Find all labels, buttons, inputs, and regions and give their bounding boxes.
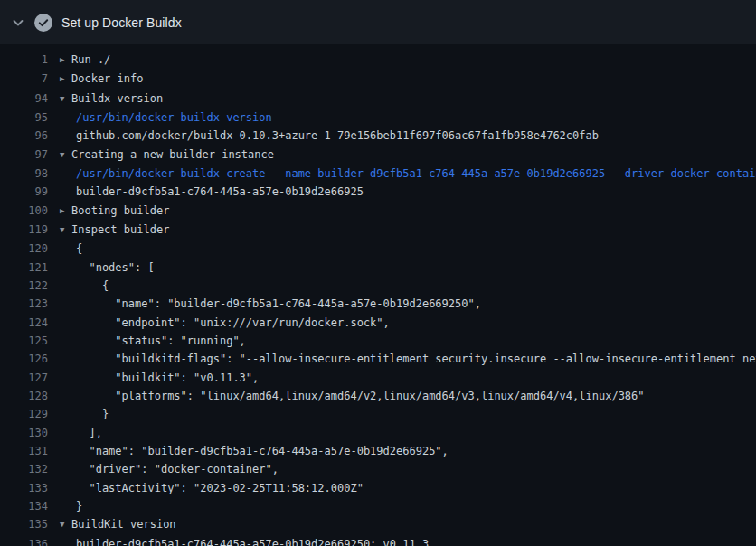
line-number[interactable]: 135 [0,515,48,534]
line-number[interactable]: 7 [0,70,48,89]
log-line: 131 "name": "builder-d9cfb5a1-c764-445a-… [0,442,756,460]
log-output-text: } [60,497,82,515]
line-number[interactable]: 121 [0,259,48,277]
log-output-text: { [60,240,82,258]
log-line: 130 ], [0,424,756,442]
log-command-text: /usr/bin/docker buildx create --name bui… [60,165,756,183]
log-output-text: github.com/docker/buildx 0.10.3+azure-1 … [60,127,599,145]
group-title: Docker info [71,72,143,85]
line-number[interactable]: 94 [0,89,48,108]
line-number[interactable]: 97 [0,146,48,165]
log-group-header[interactable]: ▼BuildKit version [60,515,176,534]
expanded-triangle-icon[interactable]: ▼ [60,146,71,164]
log-line: 124 "endpoint": "unix:///var/run/docker.… [0,314,756,332]
log-group-header[interactable]: ▶Run ./ [60,51,110,70]
log-line: 99builder-d9cfb5a1-c764-445a-a57e-0b19d2… [0,183,756,201]
log-line: 128 "platforms": "linux/amd64,linux/amd6… [0,387,756,405]
line-number[interactable]: 126 [0,350,48,368]
log-output-text: "lastActivity": "2023-02-25T11:58:12.000… [60,479,364,497]
log-line: 134} [0,497,756,515]
log-line: 95/usr/bin/docker buildx version [0,108,756,127]
log-line: 97▼Creating a new builder instance [0,146,756,165]
line-number[interactable]: 129 [0,405,48,423]
log-line: 123 "name": "builder-d9cfb5a1-c764-445a-… [0,295,756,313]
group-title: Run ./ [71,53,110,66]
line-number[interactable]: 130 [0,424,48,442]
log-lines: 1▶Run ./7▶Docker info94▼Buildx version95… [0,44,756,546]
log-line: 94▼Buildx version [0,89,756,108]
line-number[interactable]: 119 [0,221,48,240]
expanded-triangle-icon[interactable]: ▼ [60,515,71,533]
log-line: 127 "buildkit": "v0.11.3", [0,369,756,387]
line-number[interactable]: 132 [0,460,48,478]
line-number[interactable]: 127 [0,369,48,387]
log-output-text: ], [60,424,102,442]
log-line: 136builder-d9cfb5a1-c764-445a-a57e-0b19d… [0,535,756,546]
log-line: 98/usr/bin/docker buildx create --name b… [0,165,756,183]
log-line: 132 "driver": "docker-container", [0,460,756,478]
line-number[interactable]: 96 [0,127,48,145]
log-line: 129 } [0,405,756,423]
line-number[interactable]: 123 [0,295,48,313]
log-output-text: "name": "builder-d9cfb5a1-c764-445a-a57e… [60,442,449,460]
log-line: 122 { [0,277,756,295]
line-number[interactable]: 124 [0,314,48,332]
log-output-text: "status": "running", [60,332,246,350]
group-title: Inspect builder [71,223,169,236]
log-line: 119▼Inspect builder [0,221,756,240]
log-command-text: /usr/bin/docker buildx version [60,108,272,127]
log-line: 126 "buildkitd-flags": "--allow-insecure… [0,350,756,368]
group-title: Buildx version [71,92,163,105]
line-number[interactable]: 100 [0,202,48,221]
line-number[interactable]: 128 [0,387,48,405]
log-line: 133 "lastActivity": "2023-02-25T11:58:12… [0,479,756,497]
collapsed-triangle-icon[interactable]: ▶ [60,70,71,88]
log-line: 1▶Run ./ [0,51,756,70]
log-line: 120{ [0,240,756,258]
log-output-text: "platforms": "linux/amd64,linux/amd64/v2… [60,387,645,405]
expanded-triangle-icon[interactable]: ▼ [60,89,71,108]
log-output-text: builder-d9cfb5a1-c764-445a-a57e-0b19d2e6… [60,183,364,201]
log-output-text: "endpoint": "unix:///var/run/docker.sock… [60,314,390,332]
log-line: 100▶Booting builder [0,202,756,221]
log-line: 7▶Docker info [0,70,756,89]
log-output-text: "name": "builder-d9cfb5a1-c764-445a-a57e… [60,295,481,313]
line-number[interactable]: 131 [0,442,48,460]
line-number[interactable]: 1 [0,51,48,70]
log-output-text: "nodes": [ [60,259,155,277]
expanded-triangle-icon[interactable]: ▼ [60,221,71,239]
log-line: 121 "nodes": [ [0,259,756,277]
line-number[interactable]: 125 [0,332,48,350]
check-circle-icon [34,14,52,32]
line-number[interactable]: 134 [0,497,48,515]
line-number[interactable]: 120 [0,240,48,258]
line-number[interactable]: 133 [0,479,48,497]
log-group-header[interactable]: ▶Docker info [60,70,143,89]
log-group-header[interactable]: ▼Creating a new builder instance [60,146,274,165]
line-number[interactable]: 95 [0,108,48,127]
group-title: Booting builder [71,204,169,217]
log-output-text: } [60,405,109,423]
step-title: Set up Docker Buildx [61,15,182,30]
log-output-text: "buildkitd-flags": "--allow-insecure-ent… [60,350,756,368]
log-output-text: "buildkit": "v0.11.3", [60,369,259,387]
line-number[interactable]: 136 [0,535,48,546]
line-number[interactable]: 99 [0,183,48,201]
log-group-header[interactable]: ▼Buildx version [60,89,163,108]
chevron-down-icon[interactable] [11,15,25,30]
log-output-text: "driver": "docker-container", [60,460,279,478]
step-header[interactable]: Set up Docker Buildx [0,0,756,44]
group-title: BuildKit version [71,518,176,531]
log-line: 125 "status": "running", [0,332,756,350]
log-group-header[interactable]: ▶Booting builder [60,202,169,221]
collapsed-triangle-icon[interactable]: ▶ [60,202,71,220]
log-line: 96github.com/docker/buildx 0.10.3+azure-… [0,127,756,145]
collapsed-triangle-icon[interactable]: ▶ [60,51,71,69]
log-output-text: builder-d9cfb5a1-c764-445a-a57e-0b19d2e6… [60,535,429,546]
line-number[interactable]: 122 [0,277,48,295]
line-number[interactable]: 98 [0,165,48,183]
log-output-text: { [60,277,109,295]
group-title: Creating a new builder instance [71,148,274,161]
log-line: 135▼BuildKit version [0,515,756,534]
log-group-header[interactable]: ▼Inspect builder [60,221,169,240]
